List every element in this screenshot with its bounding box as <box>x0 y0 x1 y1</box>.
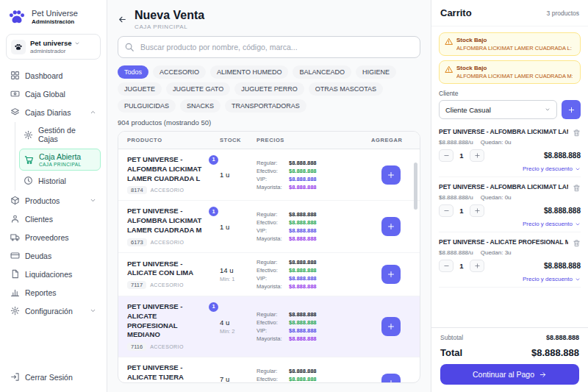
filter-chip[interactable]: HIGIENE <box>356 65 396 79</box>
filter-chip[interactable]: OTRAS MASCOTAS <box>309 82 383 96</box>
trash-icon[interactable] <box>573 239 581 247</box>
cart-item-name: PET UNIVERSE - ALFOMBRA LICKIMAT LAME... <box>439 128 568 135</box>
unit-price: $8.888.888/u <box>439 249 473 256</box>
cart-item: PET UNIVERSE - ALICATE PROFESIONAL ME...… <box>439 232 581 288</box>
filter-chip[interactable]: JUGUETE PERRO <box>234 82 304 96</box>
sidebar-item-productos[interactable]: Productos <box>6 192 101 209</box>
col-producto: PRODUCTO <box>127 137 220 143</box>
client-label: Cliente <box>439 90 581 97</box>
category-filters: Todos ACCESORIO ALIMENTO HUMEDO BALANCEA… <box>118 65 420 113</box>
cajas-diarias-submenu: Gestión de Cajas Caja Abierta CAJA PRINC… <box>15 122 101 190</box>
plus-icon <box>387 322 395 331</box>
add-to-cart-button[interactable] <box>381 217 401 236</box>
trash-icon[interactable] <box>573 129 581 137</box>
line-total: $8.888.888 <box>544 262 581 270</box>
add-client-button[interactable] <box>562 100 581 119</box>
total-value: $8.888.888 <box>531 347 579 358</box>
sidebar-item-liquidaciones[interactable]: Liquidaciones <box>6 266 101 282</box>
price-efectivo: $8.888.888 <box>289 267 317 274</box>
table-header: PRODUCTO STOCK PRECIOS AGREGAR <box>118 132 420 149</box>
sidebar-item-label: Reportes <box>25 288 57 297</box>
alert-title: Stock Bajo <box>456 37 573 43</box>
filter-chip[interactable]: PULGUICIDAS <box>118 99 176 113</box>
filter-chip[interactable]: ACCESORIO <box>153 65 206 79</box>
logout-icon <box>10 372 20 382</box>
sidebar-item-clientes[interactable]: Clientes <box>6 210 101 227</box>
sidebar-item-deudas[interactable]: Deudas <box>6 247 101 264</box>
sidebar-item-historial[interactable]: Historial <box>19 172 101 189</box>
line-total: $8.888.888 <box>544 152 581 160</box>
price-efectivo: $8.888.888 <box>289 168 317 174</box>
price-mayorista: $8.888.888 <box>289 184 317 190</box>
paw-icon <box>14 43 23 51</box>
cart-item: PET UNIVERSE - ALFOMBRA LICKIMAT LAME...… <box>439 177 581 232</box>
box-icon <box>10 196 20 205</box>
plus-icon <box>474 263 481 269</box>
add-to-cart-button[interactable] <box>381 317 401 336</box>
page-title: Nueva Venta <box>135 9 204 22</box>
back-arrow-icon[interactable] <box>118 15 127 24</box>
decrease-qty-button[interactable] <box>439 260 453 272</box>
arrow-right-icon <box>539 371 547 379</box>
sidebar-item-cajas-diarias[interactable]: Cajas Diarias <box>6 104 101 121</box>
stock-min: Min: 1 <box>220 276 257 282</box>
remaining-stock: Quedan: 3u <box>481 249 512 256</box>
sidebar-item-caja-global[interactable]: Caja Global <box>6 85 101 102</box>
sidebar-item-proveedores[interactable]: Proveedores <box>6 229 101 246</box>
stock-alert: Stock Bajo ALFOMBRA LICKIMAT LAMER CUADR… <box>439 60 581 84</box>
scrollbar-thumb[interactable] <box>414 163 417 210</box>
sidebar-item-configuracion[interactable]: Configuración <box>6 302 101 319</box>
minus-icon <box>443 263 450 269</box>
chart-icon <box>10 288 20 297</box>
add-to-cart-button[interactable] <box>381 265 401 284</box>
filter-chip[interactable]: BALANCEADO <box>293 65 351 79</box>
cart-title: Carrito <box>440 7 472 18</box>
filter-chip[interactable]: ALIMENTO HUMEDO <box>210 65 288 79</box>
add-to-cart-button[interactable] <box>381 374 401 383</box>
person-icon <box>10 214 20 224</box>
chevron-down-icon <box>575 277 581 282</box>
price-mayorista: $8.888.888 <box>289 283 317 290</box>
increase-qty-button[interactable] <box>470 260 484 272</box>
price-discount-toggle[interactable]: Precio y descuento <box>439 276 581 282</box>
total-label: Total <box>440 347 462 358</box>
sidebar-item-label: Deudas <box>25 252 51 260</box>
product-code: 7117 <box>127 281 146 289</box>
cart-header: Carrito 3 productos <box>431 0 588 26</box>
filter-chip[interactable]: Todos <box>118 65 148 79</box>
price-discount-toggle[interactable]: Precio y descuento <box>439 165 581 172</box>
user-role: administrador <box>30 48 80 54</box>
decrease-qty-button[interactable] <box>439 149 453 162</box>
increase-qty-button[interactable] <box>470 204 484 217</box>
sidebar-item-gestion-de-cajas[interactable]: Gestión de Cajas <box>19 122 101 147</box>
increase-qty-button[interactable] <box>470 149 484 162</box>
document-icon <box>10 269 20 279</box>
table-row: PET UNIVERSE - ALFOMBRA LICKIMAT LAMER C… <box>118 149 420 201</box>
search-input[interactable] <box>118 36 420 58</box>
filter-chip[interactable]: JUGUETE GATO <box>166 82 230 96</box>
client-select[interactable]: Cliente Casual <box>439 100 557 119</box>
filter-chip[interactable]: TRANSPORTADORAS <box>225 99 306 113</box>
filter-chip[interactable]: SNACKS <box>180 99 220 113</box>
col-stock: STOCK <box>220 137 257 143</box>
checkout-button[interactable]: Continuar al Pago <box>440 364 579 385</box>
sidebar-item-reportes[interactable]: Reportes <box>6 284 101 301</box>
stock-alert: Stock Bajo ALFOMBRA LICKIMAT LAMER CUADR… <box>439 32 581 56</box>
sidebar-item-caja-abierta[interactable]: Caja Abierta CAJA PRINCIPAL <box>19 149 101 171</box>
decrease-qty-button[interactable] <box>439 204 453 217</box>
user-name: Pet universe <box>30 39 72 47</box>
product-category: ACCESORIO <box>150 344 184 349</box>
user-switcher[interactable]: Pet universe administrador <box>6 34 101 60</box>
logout-button[interactable]: Cerrar Sesión <box>6 368 101 386</box>
remaining-stock: Quedan: 0u <box>481 194 512 201</box>
sidebar-nav: Dashboard Caja Global Cajas Diarias Gest… <box>6 67 101 368</box>
price-discount-toggle[interactable]: Precio y descuento <box>439 221 581 227</box>
add-to-cart-button[interactable] <box>381 165 401 185</box>
price-regular: $8.888.888 <box>289 160 317 166</box>
product-name: PET UNIVERSE - ALFOMBRA LICKIMAT LAMER C… <box>127 207 202 234</box>
sidebar-item-label: Historial <box>38 177 66 185</box>
trash-icon[interactable] <box>573 184 581 192</box>
sidebar-item-dashboard[interactable]: Dashboard <box>6 67 101 84</box>
quantity-stepper: 1 <box>439 149 484 162</box>
filter-chip[interactable]: JUGUETE <box>118 82 162 96</box>
